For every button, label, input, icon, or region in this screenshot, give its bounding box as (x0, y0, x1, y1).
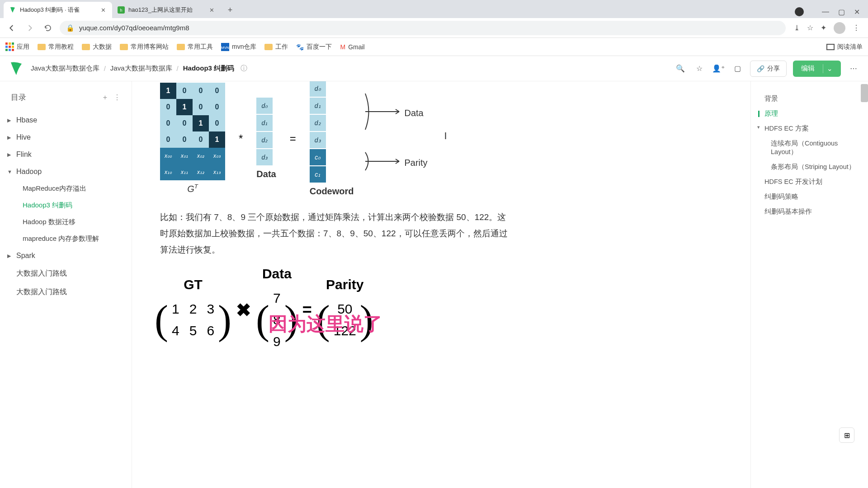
close-window-icon[interactable]: ✕ (854, 8, 860, 16)
more-menu-icon[interactable]: ⋯ (847, 62, 860, 75)
toc-subitem[interactable]: mapreduce 内存参数理解 (20, 230, 127, 247)
right-outline: 背景 原理 HDFS EC 方案 连续布局（Contiguous Layout）… (750, 81, 868, 488)
scrollbar-thumb[interactable] (861, 84, 868, 102)
install-icon[interactable]: ⤓ (794, 23, 800, 32)
outline-item[interactable]: HDFS EC 方案 (758, 121, 861, 136)
bookmark-folder[interactable]: 常用工具 (177, 43, 213, 51)
parity-title: Parity (326, 277, 363, 292)
lock-icon: 🔒 (66, 24, 75, 32)
data-title: Data (262, 266, 292, 282)
breadcrumb-sep: / (104, 65, 106, 72)
apps-grid-icon (5, 42, 14, 51)
svg-text:MVN: MVN (221, 46, 229, 50)
back-button[interactable] (5, 22, 18, 34)
bookmark-item[interactable]: MVNmvn仓库 (221, 43, 256, 51)
yuque-logo-icon[interactable] (8, 61, 24, 77)
add-person-icon[interactable]: 👤⁺ (712, 62, 725, 75)
edit-button[interactable]: 编辑⌄ (793, 61, 841, 77)
toc-item-flink[interactable]: ▶Flink (5, 146, 127, 163)
bookmark-folder[interactable]: 常用博客网站 (120, 43, 169, 51)
toc-subitem-active[interactable]: Hadoop3 纠删码 (20, 197, 127, 214)
toc-title: 目录 (11, 92, 103, 103)
toc-item-hive[interactable]: ▶Hive (5, 129, 127, 146)
present-icon[interactable]: ▢ (731, 62, 744, 75)
browser-tab-inactive[interactable]: h hao123_上网从这里开始 ✕ (112, 2, 221, 18)
gt-matrix: 1000010000100001x₀₀x₀₁x₀₂x₀₃x₁₀x₁₁x₁₂x₁₃ (160, 83, 225, 180)
outline-item[interactable]: 纠删码基本操作 (758, 204, 861, 219)
bookmark-folder[interactable]: 大数据 (82, 43, 112, 51)
caret-down-icon: ▼ (7, 169, 14, 174)
toc-menu-icon[interactable]: ⋮ (113, 93, 121, 102)
toc-subitem[interactable]: MapReduce内存溢出 (20, 180, 127, 197)
outline-item[interactable]: 纠删码策略 (758, 189, 861, 204)
toc-item-spark[interactable]: ▶Spark (5, 247, 127, 264)
browser-tab-active[interactable]: Hadoop3 纠删码 · 语雀 ✕ (4, 2, 112, 18)
hao123-favicon-icon: h (118, 6, 125, 14)
app-header: Java大数据与数据仓库 / Java大数据与数据库 / Hadoop3 纠删码… (0, 56, 868, 81)
user-avatar-icon[interactable] (834, 22, 845, 34)
outline-item[interactable]: 背景 (758, 91, 861, 106)
breadcrumb-item[interactable]: Java大数据与数据仓库 (31, 64, 99, 73)
url-text: yuque.com/dy07qd/oeoeam/mtg9m8 (79, 24, 189, 32)
breadcrumb-item[interactable]: Java大数据与数据库 (110, 64, 172, 73)
outline-item-active[interactable]: 原理 (758, 106, 861, 121)
browser-tabs-bar: Hadoop3 纠删码 · 语雀 ✕ h hao123_上网从这里开始 ✕ + … (0, 0, 868, 18)
share-button[interactable]: 🔗分享 (750, 61, 787, 77)
parity-out-label: Parity (405, 158, 428, 168)
outline-subitem[interactable]: 连续布局（Contiguous Layout） (758, 136, 861, 160)
breadcrumb-sep: / (177, 65, 179, 72)
chevron-down-icon[interactable]: ⌄ (827, 65, 833, 73)
search-icon[interactable]: 🔍 (674, 62, 687, 75)
bookmark-folder[interactable]: 工作 (264, 43, 288, 51)
mvn-icon: MVN (221, 43, 229, 51)
bookmark-folder[interactable]: 常用教程 (38, 43, 74, 51)
breadcrumb-current: Hadoop3 纠删码 (183, 64, 234, 73)
left-toc: 目录 + ⋮ ▶Hbase ▶Hive ▶Flink ▼Hadoop MapRe… (0, 81, 132, 488)
breadcrumb: Java大数据与数据仓库 / Java大数据与数据库 / Hadoop3 纠删码… (31, 64, 247, 73)
minimize-icon[interactable]: — (822, 8, 829, 16)
yuque-favicon-icon (9, 6, 16, 14)
bookmark-item[interactable]: MGmail (340, 43, 364, 51)
codeword-vector: d₀d₁d₂d₃c₀c₁ (310, 81, 354, 183)
link-icon: 🔗 (757, 65, 764, 72)
url-input[interactable]: 🔒 yuque.com/dy07qd/oeoeam/mtg9m8 (60, 21, 786, 35)
add-toc-item-icon[interactable]: + (103, 94, 107, 102)
new-tab-button[interactable]: + (223, 3, 237, 17)
tab-title: Hadoop3 纠删码 · 语雀 (20, 6, 96, 14)
toc-item-hadoop[interactable]: ▼Hadoop (5, 163, 127, 180)
gt-label: GT (160, 183, 225, 194)
multiply-symbol: * (239, 132, 243, 145)
caret-right-icon: ▶ (7, 117, 14, 123)
toc-item[interactable]: ▶大数据入门路线 (5, 264, 127, 283)
bookmark-item[interactable]: 🐾百度一下 (296, 43, 332, 51)
toc-subitem[interactable]: Hadoop 数据迁移 (20, 214, 127, 230)
gt-title: GT (184, 277, 203, 292)
data-matrix: ( 789 ) (261, 286, 292, 354)
caret-right-icon: ▶ (7, 152, 14, 158)
toc-item-hbase[interactable]: ▶Hbase (5, 112, 127, 129)
kebab-menu-icon[interactable]: ⋮ (853, 23, 860, 32)
star-icon[interactable]: ☆ (693, 62, 706, 75)
outline-item[interactable]: HDFS EC 开发计划 (758, 174, 861, 189)
close-tab-icon[interactable]: ✕ (99, 6, 107, 14)
apps-button[interactable]: 应用 (5, 42, 29, 51)
reading-list-button[interactable]: 阅读清单 (826, 43, 863, 51)
forward-button (24, 22, 36, 34)
caret-right-icon: ▶ (7, 135, 14, 141)
folder-icon (82, 44, 90, 50)
data-out-label: Data (405, 108, 424, 118)
reload-button[interactable] (42, 22, 54, 34)
example-calculation-diagram: GT ( 123456 ) ✖ Data ( 789 ) = Parity (160, 266, 727, 354)
toc-item[interactable]: ▶大数据入门路线 (5, 283, 127, 301)
encoding-diagram: 1000010000100001x₀₀x₀₁x₀₂x₀₃x₁₀x₁₁x₁₂x₁₃… (160, 81, 727, 197)
equals-symbol: = (290, 132, 296, 145)
close-tab-icon[interactable]: ✕ (208, 6, 215, 14)
article-main: 1000010000100001x₀₀x₀₁x₀₂x₀₃x₁₀x₁₁x₁₂x₁₃… (132, 81, 750, 488)
profile-indicator-icon[interactable] (795, 7, 804, 16)
outline-subitem[interactable]: 条形布局（Striping Layout） (758, 160, 861, 174)
baidu-icon: 🐾 (296, 43, 304, 51)
bookmark-star-icon[interactable]: ☆ (807, 23, 813, 32)
maximize-icon[interactable]: ▢ (838, 8, 845, 16)
extensions-icon[interactable]: ✦ (821, 23, 826, 32)
info-icon[interactable]: ⓘ (241, 64, 247, 73)
